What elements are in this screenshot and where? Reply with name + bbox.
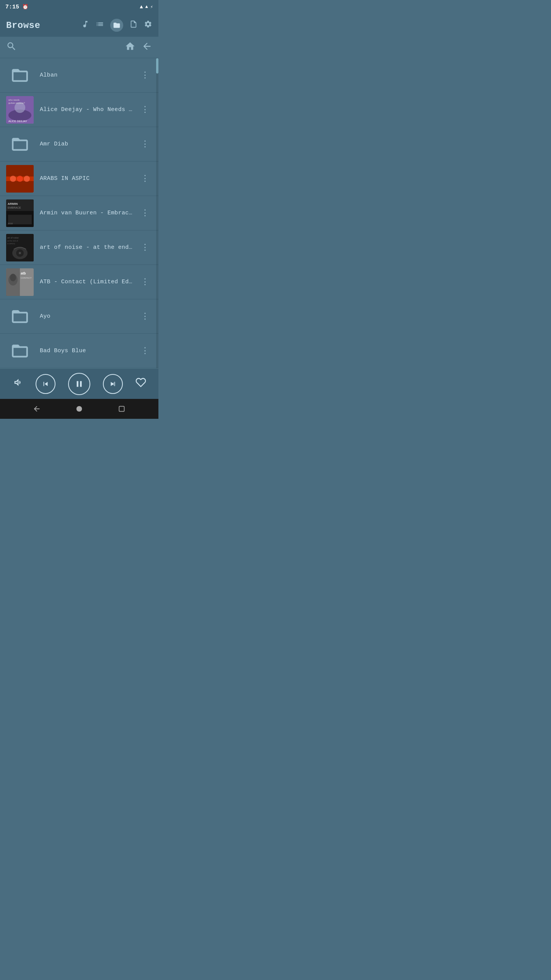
- signal-icon: ▲: [145, 4, 148, 10]
- item-name: Bad Boys Blue: [40, 348, 138, 354]
- browse-list: Alban ⋮ ALICE DEEJAY who needs guitars a…: [0, 58, 158, 368]
- list-item[interactable]: Ayo ⋮: [0, 299, 158, 334]
- back-icon[interactable]: [142, 41, 152, 54]
- svg-point-30: [10, 274, 16, 281]
- scrollbar-track: [156, 58, 158, 368]
- page-title: Browse: [6, 20, 40, 31]
- item-menu-button[interactable]: ⋮: [138, 239, 152, 256]
- album-art: [6, 165, 34, 193]
- previous-button[interactable]: [36, 374, 55, 394]
- svg-point-24: [19, 252, 21, 254]
- scrollbar-thumb[interactable]: [156, 58, 158, 74]
- list-item[interactable]: atb CONTACT ATB - Contact (Limited Editi…: [0, 265, 158, 299]
- item-name: Armin van Buuren - Embrace - (20…: [40, 210, 138, 216]
- svg-text:atb: atb: [21, 271, 26, 275]
- status-time: 7:15: [5, 4, 19, 10]
- folder-active-icon[interactable]: [110, 19, 123, 32]
- next-button[interactable]: [103, 374, 123, 394]
- home-icon[interactable]: [125, 41, 135, 54]
- list-item[interactable]: ARMIN EMBRACE 2016 Armin van Buuren - Em…: [0, 196, 158, 230]
- nav-recent-button[interactable]: [115, 402, 129, 416]
- search-bar: [0, 37, 158, 58]
- item-menu-button[interactable]: ⋮: [138, 67, 152, 83]
- svg-point-10: [24, 176, 30, 182]
- svg-text:ALICE DEEJAY: ALICE DEEJAY: [8, 120, 27, 122]
- pause-button[interactable]: [68, 373, 90, 395]
- queue-icon[interactable]: [96, 20, 104, 31]
- folder-icon: [6, 303, 34, 330]
- svg-text:2016: 2016: [8, 222, 13, 225]
- item-menu-button[interactable]: ⋮: [138, 343, 152, 359]
- item-name: art of noise - at the end of a c…: [40, 244, 138, 251]
- item-menu-button[interactable]: ⋮: [138, 136, 152, 152]
- status-bar: 7:15 ⏰ ▲ ▲ ⚡: [0, 0, 158, 14]
- item-name: ATB - Contact (Limited Edition 2…: [40, 279, 138, 285]
- item-name: ARABS IN ASPIC: [40, 175, 138, 182]
- music-icon[interactable]: [81, 20, 90, 31]
- svg-point-31: [77, 406, 82, 412]
- item-menu-button[interactable]: ⋮: [138, 274, 152, 290]
- list-item[interactable]: Alban ⋮: [0, 58, 158, 93]
- battery-icon: ⚡: [150, 4, 153, 10]
- svg-text:art of noise: art of noise: [7, 237, 19, 239]
- list-item[interactable]: Bad Boys Blue ⋮: [0, 334, 158, 368]
- nav-back-button[interactable]: [30, 402, 44, 416]
- folder-icon: [6, 131, 34, 158]
- list-item[interactable]: art of noise at the end of a century art…: [0, 230, 158, 265]
- item-name: Ayo: [40, 313, 138, 320]
- app-bar: Browse: [0, 14, 158, 37]
- list-item[interactable]: ALICE DEEJAY who needs guitars anyway? A…: [0, 93, 158, 127]
- nav-home-button[interactable]: [72, 402, 86, 416]
- svg-text:guitars anyway?: guitars anyway?: [8, 102, 25, 104]
- volume-icon[interactable]: [12, 377, 23, 390]
- folder-icon: [6, 62, 34, 89]
- folder-icon: [6, 337, 34, 365]
- settings-icon[interactable]: [144, 20, 152, 31]
- item-name: Amr Diab: [40, 141, 138, 147]
- item-menu-button[interactable]: ⋮: [138, 205, 152, 221]
- item-menu-button[interactable]: ⋮: [138, 308, 152, 325]
- app-bar-icons: [81, 19, 152, 32]
- file-icon[interactable]: [129, 20, 138, 31]
- search-icon[interactable]: [6, 41, 17, 54]
- wifi-icon: ▲: [140, 4, 143, 10]
- item-menu-button[interactable]: ⋮: [138, 170, 152, 187]
- item-menu-button[interactable]: ⋮: [138, 101, 152, 118]
- system-navigation: [0, 399, 158, 419]
- clock-icon: ⏰: [22, 4, 28, 10]
- svg-text:a century: a century: [7, 242, 15, 245]
- svg-text:CONTACT: CONTACT: [21, 277, 32, 279]
- svg-text:who needs: who needs: [8, 99, 20, 101]
- list-item[interactable]: ARABS IN ASPIC ⋮: [0, 162, 158, 196]
- album-art: art of noise at the end of a century: [6, 234, 34, 261]
- svg-text:EMBRACE: EMBRACE: [8, 206, 21, 209]
- album-art: atb CONTACT: [6, 268, 34, 296]
- player-bar: [0, 368, 158, 399]
- svg-text:ARMIN: ARMIN: [8, 202, 18, 206]
- album-art: ARMIN EMBRACE 2016: [6, 199, 34, 227]
- album-art: ALICE DEEJAY who needs guitars anyway?: [6, 96, 34, 124]
- item-name: Alice Deejay - Who Needs Guitars…: [40, 106, 138, 113]
- like-icon[interactable]: [135, 377, 146, 390]
- svg-point-8: [10, 176, 16, 182]
- svg-text:at the end of: at the end of: [7, 240, 18, 242]
- list-item[interactable]: Amr Diab ⋮: [0, 127, 158, 162]
- item-name: Alban: [40, 72, 138, 78]
- svg-rect-32: [119, 406, 124, 411]
- svg-point-9: [17, 176, 23, 182]
